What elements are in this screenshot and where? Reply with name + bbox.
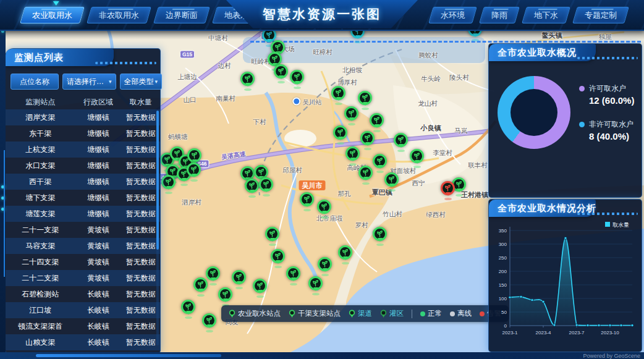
svg-text:350: 350	[499, 228, 507, 234]
tab-rainfall[interactable]: 降雨	[479, 7, 520, 23]
agri-intake-station-pin[interactable]	[259, 177, 273, 192]
table-row[interactable]: 二十二支渠黄坡镇暂无数据	[6, 270, 160, 286]
agri-intake-station-pin[interactable]	[394, 133, 408, 147]
series-name: 非许可取水户	[589, 119, 634, 130]
svg-text:2023-4: 2023-4	[536, 330, 551, 336]
table-row[interactable]: 水口支渠塘缀镇暂无数据	[6, 158, 160, 174]
table-cell: 顿流支渠渠首	[6, 318, 75, 334]
tab-custom-topic[interactable]: 专题定制	[572, 7, 629, 23]
agri-intake-station-pin[interactable]	[181, 300, 195, 314]
map-place-label: 蚂蟥塘	[168, 133, 188, 141]
agri-intake-station-pin[interactable]	[271, 249, 285, 263]
map-place-label: 竹山村	[383, 210, 402, 219]
chevron-down-icon: ▾	[155, 74, 158, 89]
agri-intake-station-pin[interactable]	[308, 276, 323, 290]
type-select[interactable]: 全部类型 ▾	[120, 74, 163, 90]
agri-intake-station-pin[interactable]	[358, 91, 372, 105]
table-row[interactable]: 塘莲支渠塘缀镇暂无数据	[6, 206, 160, 222]
agri-intake-station-pin[interactable]	[290, 70, 304, 84]
agri-intake-station-pin[interactable]	[344, 106, 358, 120]
agri-intake-station-pin[interactable]	[331, 86, 345, 100]
table-row[interactable]: 上杭支渠塘缀镇暂无数据	[6, 141, 160, 158]
agri-intake-station-pin[interactable]	[333, 125, 347, 140]
svg-text:100: 100	[499, 296, 507, 302]
table-row[interactable]: 二十四支渠黄坡镇暂无数据	[6, 254, 160, 270]
water-intake-analysis-panel: 全市农业取水情况分析 0501001502002503003502023-120…	[488, 199, 642, 352]
map-place-label: 鳌头镇	[542, 31, 562, 40]
donut-hole	[511, 89, 557, 136]
table-cell: 石碧检测站	[6, 286, 75, 302]
agri-intake-station-pin[interactable]	[345, 146, 360, 161]
table-cell: 东干渠	[6, 125, 75, 141]
agri-intake-station-pin[interactable]	[370, 113, 384, 127]
edge-glow-dot	[1, 196, 4, 200]
status-legend-item: 离线	[450, 309, 472, 318]
agri-intake-station-pin[interactable]	[240, 72, 255, 86]
tab-groundwater[interactable]: 地下水	[522, 7, 570, 23]
table-cell: 暂无数据	[122, 222, 161, 238]
agri-intake-station-pin[interactable]	[286, 266, 300, 281]
tab-label: 降雨	[491, 7, 507, 23]
agri-intake-station-pin[interactable]	[373, 154, 387, 168]
alarm-station-pin[interactable]	[441, 181, 455, 195]
agri-intake-station-pin[interactable]	[265, 227, 279, 241]
agri-intake-station-pin[interactable]	[274, 64, 288, 78]
table-row[interactable]: 东干渠塘缀镇暂无数据	[6, 125, 160, 141]
agri-intake-station-pin[interactable]	[373, 227, 387, 241]
table-scrollbar[interactable]	[156, 111, 159, 345]
map-place-label: 南巢村	[216, 95, 235, 103]
agri-intake-station-pin[interactable]	[193, 277, 208, 292]
agri-intake-station-pin[interactable]	[253, 279, 267, 293]
agri-intake-station-pin[interactable]	[384, 172, 399, 187]
agri-intake-station-pin[interactable]	[187, 163, 201, 177]
agri-intake-station-pin[interactable]	[317, 200, 331, 214]
table-row[interactable]: 石碧检测站长岐镇暂无数据	[6, 286, 160, 302]
agri-intake-station-pin[interactable]	[232, 270, 246, 284]
table-row[interactable]: 二十一支渠黄坡镇暂无数据	[6, 222, 160, 238]
svg-text:250: 250	[499, 255, 507, 261]
agri-intake-station-pin[interactable]	[358, 166, 373, 180]
table-row[interactable]: 江口坡长岐镇暂无数据	[6, 302, 160, 318]
table-cell: 暂无数据	[122, 270, 161, 286]
agri-intake-station-pin[interactable]	[360, 131, 375, 145]
agri-intake-station-pin[interactable]	[218, 287, 232, 302]
tab-label: 农业取用水	[32, 7, 72, 23]
agri-intake-station-pin[interactable]	[161, 175, 176, 189]
agri-intake-station-pin[interactable]	[187, 148, 201, 163]
scrollbar-thumb[interactable]	[156, 111, 159, 250]
table-row[interactable]: 塘下支渠塘缀镇暂无数据	[6, 190, 160, 206]
table-row[interactable]: 山粮支渠长岐镇暂无数据	[6, 334, 160, 350]
agri-intake-station-pin[interactable]	[202, 313, 216, 327]
page-title: 智慧水资源一张图	[263, 6, 381, 23]
agri-intake-station-pin[interactable]	[318, 257, 332, 271]
table-row[interactable]: 泗岸支渠塘缀镇暂无数据	[6, 109, 160, 125]
map-place-label: 牛头岭	[421, 75, 441, 83]
status-dot-icon	[420, 311, 425, 316]
table-row[interactable]: 马容支渠黄坡镇暂无数据	[6, 238, 160, 254]
status-dot-icon	[450, 311, 455, 316]
agri-intake-station-pin[interactable]	[300, 192, 314, 206]
table-row[interactable]: 西干渠塘缀镇暂无数据	[6, 174, 160, 190]
map-place-label: 龙山村	[418, 99, 438, 108]
tab-water-env[interactable]: 水环境	[428, 7, 477, 23]
tab-boundary-section[interactable]: 边界断面	[153, 7, 210, 23]
area-line-chart: 0501001502002503003502023-12023-42023-72…	[491, 219, 639, 348]
legend-item-label: 灌区	[389, 309, 404, 318]
agri-intake-station-pin[interactable]	[410, 149, 424, 163]
table-cell: 塘缀镇	[75, 125, 122, 141]
map-place-label: 腾蛟村	[418, 51, 438, 60]
agri-intake-station-pin[interactable]	[206, 266, 220, 281]
agri-intake-station-pin[interactable]	[338, 245, 352, 260]
type-select-value: 全部类型	[124, 74, 154, 89]
tab-non-agri-water[interactable]: 非农取用水	[87, 7, 151, 23]
status-legend-item: 正常	[420, 309, 442, 318]
table-cell: 水口支渠	[6, 158, 75, 174]
table-row[interactable]: 顿流支渠渠首长岐镇暂无数据	[6, 318, 160, 334]
tab-agri-water[interactable]: 农业取用水	[20, 7, 85, 23]
agri-intake-station-pin[interactable]	[245, 179, 259, 193]
point-name-input[interactable]	[11, 74, 59, 90]
region-select[interactable]: 请选择行政区域 ▾	[62, 74, 116, 90]
tab-label: 地下水	[534, 7, 558, 23]
pin-icon	[380, 310, 387, 318]
table-body: 泗岸支渠塘缀镇暂无数据东干渠塘缀镇暂无数据上杭支渠塘缀镇暂无数据水口支渠塘缀镇暂…	[6, 109, 160, 350]
